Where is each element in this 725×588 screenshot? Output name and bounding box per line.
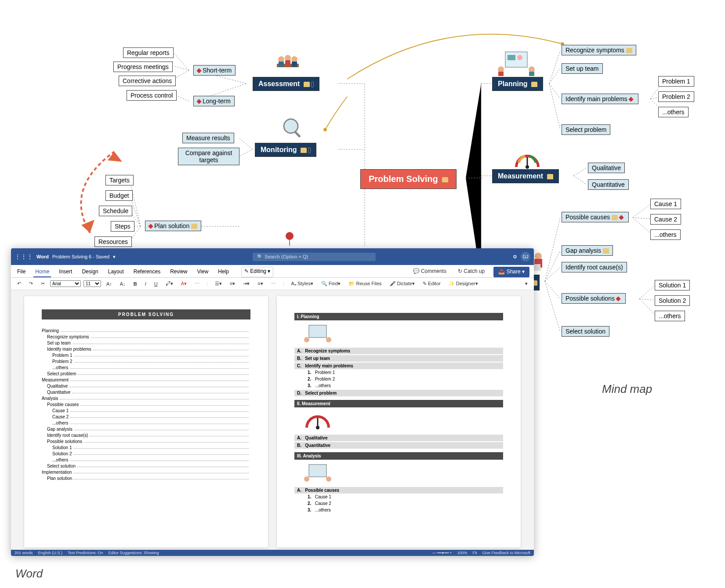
dictate-button[interactable]: 🎤 Dictate▾ [387,279,417,288]
schedule-node[interactable]: Schedule [99,206,132,216]
short-term-node[interactable]: Short-term [193,65,236,76]
svg-point-7 [291,56,297,62]
quantitative-node[interactable]: Quantitative [588,179,629,190]
italic-button[interactable]: I [142,280,149,288]
indent-button[interactable]: ⇥▾ [240,279,252,288]
cause2-node[interactable]: Cause 2 [650,214,681,225]
identify-problems-node[interactable]: Identify main problems [562,94,638,104]
word-titlebar: ⋮⋮⋮ Word Problem Solving 6 - Saved ▾ 🔍 S… [11,248,534,265]
more2-button[interactable]: ⋯ [268,279,279,288]
possible-solutions-node[interactable]: Possible solutions [562,293,626,304]
comments-button[interactable]: 💬 Comments [410,267,449,277]
app-menu-icon[interactable]: ⋮⋮⋮ [14,253,33,260]
select-solution-node[interactable]: Select solution [562,326,609,337]
measure-results-node[interactable]: Measure results [182,133,234,143]
select-problem-node[interactable]: Select problem [562,124,610,135]
central-node[interactable]: Problem Solving [360,169,457,189]
more-button[interactable]: ⋯ [192,279,202,288]
settings-icon[interactable]: ⚙ [513,254,517,260]
reuse-files-button[interactable]: 📁 Reuse Files [346,279,384,288]
find-button[interactable]: 🔍 Find▾ [319,279,343,288]
doc-name: Problem Solving 6 - Saved [52,254,109,259]
solution1-node[interactable]: Solution 1 [655,280,690,290]
share-button[interactable]: 📤 Share ▾ [493,267,529,277]
gap-analysis-node[interactable]: Gap analysis [562,245,613,256]
bullets-button[interactable]: ☰▾ [212,279,225,288]
avatar[interactable]: GJ [521,252,530,261]
doc-dropdown-icon[interactable]: ▾ [113,254,116,260]
problem2-node[interactable]: Problem 2 [658,91,694,102]
mindmap-caption: Mind map [602,382,652,396]
increase-font[interactable]: A↑ [104,280,115,288]
language[interactable]: English (U.S.) [38,551,63,555]
bold-button[interactable]: B [131,280,140,288]
setup-team-node[interactable]: Set up team [562,63,603,74]
assessment-node[interactable]: Assessment [253,77,319,91]
process-control-node[interactable]: Process control [127,90,177,101]
solution-others-node[interactable]: ...others [655,311,685,321]
paintbrush-button[interactable]: ✂ [38,279,47,288]
qualitative-node[interactable]: Qualitative [588,163,625,173]
numbering-button[interactable]: ≡▾ [227,279,238,288]
search-input[interactable]: 🔍 Search (Option + Q) [253,253,376,261]
editing-button[interactable]: ✎ Editing ▾ [241,267,273,277]
word-count[interactable]: 201 words [14,551,33,555]
svg-point-23 [535,253,542,260]
planning-illustration [494,50,538,78]
font-size-select[interactable]: 11 [83,280,101,287]
highlight-button[interactable]: 🖍▾ [163,279,176,288]
editor-button[interactable]: ✎ Editor [420,279,443,288]
regular-reports-node[interactable]: Regular reports [123,47,174,58]
progress-meetings-node[interactable]: Progress meetings [113,62,173,72]
zoom-level[interactable]: 100% [457,551,467,555]
svg-rect-19 [498,72,504,76]
align-button[interactable]: ≡▾ [255,279,265,288]
measurement-node[interactable]: Measurement [492,169,559,183]
plan-solution-node[interactable]: Plan solution [145,221,201,231]
ribbon-collapse[interactable]: ▾ [522,279,530,288]
tab-help[interactable]: Help [216,267,231,277]
fit-button[interactable]: Fit [472,551,477,555]
corrective-actions-node[interactable]: Corrective actions [119,76,176,86]
monitoring-node[interactable]: Monitoring [255,143,316,157]
gauge-icon [512,149,538,165]
decrease-font[interactable]: A↓ [117,280,128,288]
folder-icon [442,177,448,182]
designer-button[interactable]: ✨ Designer▾ [446,279,481,288]
tab-references[interactable]: References [132,267,162,277]
possible-causes-node[interactable]: Possible causes [562,212,629,222]
catchup-button[interactable]: ↻ Catch up [455,267,487,277]
long-term-node[interactable]: Long-term [193,96,235,106]
undo-button[interactable]: ↶ [14,279,24,288]
svg-rect-10 [292,62,297,67]
text-predictions[interactable]: Text Predictions: On [68,551,103,555]
tab-file[interactable]: File [15,267,27,277]
svg-point-1 [323,128,327,131]
tab-home[interactable]: Home [33,267,51,277]
feedback-link[interactable]: Give Feedback to Microsoft [482,551,530,555]
targets-node[interactable]: Targets [105,175,134,185]
underline-button[interactable]: U [152,280,160,288]
budget-node[interactable]: Budget [105,190,133,201]
tab-layout[interactable]: Layout [106,267,126,277]
cause1-node[interactable]: Cause 1 [650,199,681,209]
solution2-node[interactable]: Solution 2 [655,295,690,306]
tab-design[interactable]: Design [80,267,100,277]
tab-insert[interactable]: Insert [57,267,74,277]
compare-targets-node[interactable]: Compare against targets [178,148,239,165]
font-select[interactable]: Arial [50,280,81,287]
recognize-symptoms-node[interactable]: Recognize symptoms [562,45,636,55]
root-cause-node[interactable]: Identify root cause(s) [562,262,627,272]
editor-suggestions[interactable]: Editor Suggestions: Showing [109,551,159,555]
steps-node[interactable]: Steps [111,221,134,232]
problem-others-node[interactable]: ...others [658,107,689,117]
tab-review[interactable]: Review [168,267,189,277]
redo-button[interactable]: ↷ [26,279,36,288]
font-color-button[interactable]: A▾ [178,279,189,288]
problem1-node[interactable]: Problem 1 [658,76,694,87]
resources-node[interactable]: Resources [94,236,132,247]
styles-button[interactable]: Aₐ Styles▾ [289,279,316,288]
tab-view[interactable]: View [196,267,210,277]
planning-node[interactable]: Planning [492,77,543,91]
cause-others-node[interactable]: ...others [650,229,681,240]
